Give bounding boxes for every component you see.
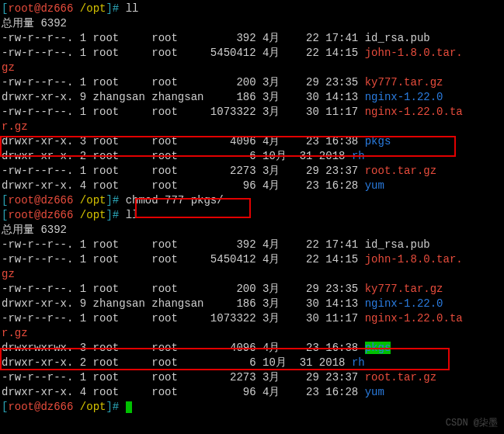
file-name: pkgs <box>365 342 391 354</box>
file-entry: drwxr-xr-x. 4 root root 96 4月 23 16:28 y… <box>2 179 502 193</box>
file-name: john-1.8.0.tar. <box>365 47 463 59</box>
file-name: id_rsa.pub <box>365 32 430 44</box>
file-name-wrap: r.gz <box>2 326 502 341</box>
file-name-wrap: gz <box>2 61 502 75</box>
file-name: nginx-1.22.0 <box>365 91 443 103</box>
prompt-line[interactable]: [root@dz666 /opt]# ll <box>2 2 138 15</box>
file-entry: -rw-r--r--. 1 root root 5450412 4月 22 14… <box>2 252 502 267</box>
file-name: id_rsa.pub <box>365 238 430 251</box>
file-entry: -rw-r--r--. 1 root root 2273 3月 29 23:37… <box>2 370 502 385</box>
file-name: yum <box>365 386 384 398</box>
file-entry: -rw-r--r--. 1 root root 392 4月 22 17:41 … <box>2 238 502 252</box>
terminal-output[interactable]: [root@dz666 /opt]# ll总用量 6392-rw-r--r--.… <box>2 2 502 415</box>
file-entry: -rw-r--r--. 1 root root 1073322 3月 30 11… <box>2 105 502 120</box>
file-entry: drwxr-xr-x. 3 root root 4096 4月 23 16:38… <box>2 134 502 149</box>
file-entry: -rw-r--r--. 1 root root 1073322 3月 30 11… <box>2 311 502 326</box>
file-name: nginx-1.22.0.ta <box>365 312 463 325</box>
file-name: john-1.8.0.tar. <box>365 253 463 266</box>
file-name: root.tar.gz <box>365 165 436 177</box>
file-entry: drwxr-xr-x. 2 root root 6 10月 31 2018 rh <box>2 149 502 164</box>
watermark: CSDN @柒墨 <box>446 416 498 431</box>
prompt-line[interactable]: [root@dz666 /opt]# ll <box>2 209 138 221</box>
file-entry: -rw-r--r--. 1 root root 392 4月 22 17:41 … <box>2 31 502 46</box>
file-entry: drwxr-xr-x. 9 zhangsan zhangsan 186 3月 3… <box>2 90 502 105</box>
file-entry: -rw-r--r--. 1 root root 200 3月 29 23:35 … <box>2 75 502 90</box>
file-entry: -rw-r--r--. 1 root root 2273 3月 29 23:37… <box>2 164 502 179</box>
file-entry: drwxr-xr-x. 9 zhangsan zhangsan 186 3月 3… <box>2 297 502 311</box>
file-name: rh <box>352 150 365 162</box>
file-name-wrap: r.gz <box>2 120 502 134</box>
file-name-wrap: gz <box>2 267 502 282</box>
file-name: yum <box>365 179 384 192</box>
file-name: pkgs <box>365 135 391 148</box>
file-name: nginx-1.22.0.ta <box>365 106 463 118</box>
file-name: ky777.tar.gz <box>365 76 443 89</box>
prompt-line[interactable]: [root@dz666 /opt]# <box>2 401 132 413</box>
file-entry: drwxr-xr-x. 4 root root 96 4月 23 16:28 y… <box>2 385 502 400</box>
file-name: rh <box>352 356 365 369</box>
file-name: nginx-1.22.0 <box>365 297 443 310</box>
cursor <box>126 401 132 413</box>
file-name: ky777.tar.gz <box>365 283 443 295</box>
total-line: 总用量 6392 <box>2 223 502 238</box>
file-entry: -rw-r--r--. 1 root root 200 3月 29 23:35 … <box>2 282 502 297</box>
file-entry: drwxr-xr-x. 2 root root 6 10月 31 2018 rh <box>2 356 502 370</box>
prompt-line[interactable]: [root@dz666 /opt]# chmod 777 pkgs/ <box>2 194 224 207</box>
file-name: root.tar.gz <box>365 371 436 384</box>
total-line: 总用量 6392 <box>2 16 502 31</box>
file-entry: -rw-r--r--. 1 root root 5450412 4月 22 14… <box>2 46 502 61</box>
file-entry: drwxrwxrwx. 3 root root 4096 4月 23 16:38… <box>2 341 502 356</box>
